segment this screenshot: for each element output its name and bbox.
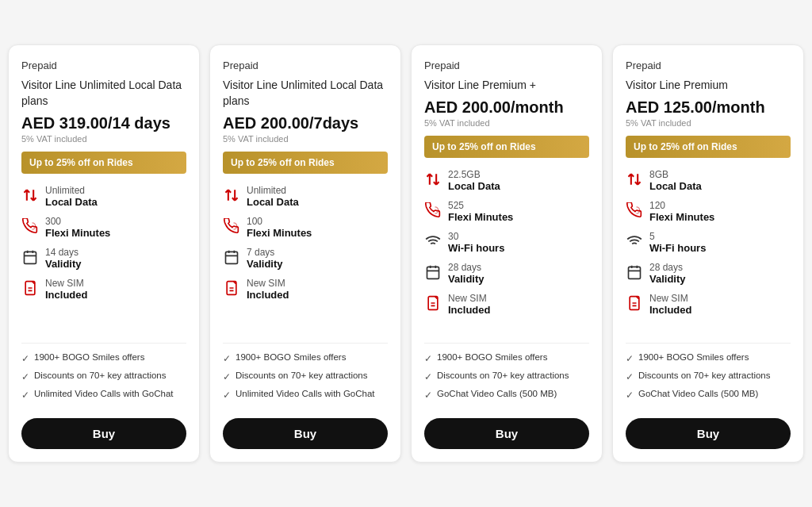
perk-text: GoChat Video Calls (500 MB) — [638, 388, 758, 401]
perk-text: Discounts on 70+ key attractions — [638, 370, 771, 382]
perk-text: Unlimited Video Calls with GoChat — [236, 388, 375, 401]
feature-label: Validity — [45, 258, 82, 270]
feature-item: New SIM Included — [626, 293, 791, 316]
perk-text: 1900+ BOGO Smiles offers — [34, 351, 144, 364]
card-title: Visitor Line Unlimited Local Data plans — [21, 78, 186, 109]
card-title: Visitor Line Premium — [626, 78, 791, 94]
perk-item: ✓ GoChat Video Calls (500 MB) — [626, 388, 791, 401]
feature-value: New SIM — [448, 293, 490, 304]
feature-value: 28 days — [448, 262, 485, 273]
rides-banner: Up to 25% off on Rides — [21, 152, 186, 174]
divider — [223, 343, 388, 344]
check-icon: ✓ — [21, 352, 29, 365]
feature-item: 7 days Validity — [223, 247, 388, 270]
rides-banner: Up to 25% off on Rides — [223, 152, 388, 174]
buy-button[interactable]: Buy — [21, 418, 186, 449]
feature-item: 525 Flexi Minutes — [424, 200, 589, 223]
card-price: AED 125.00/month — [626, 98, 791, 117]
feature-value: Unlimited — [247, 185, 299, 196]
svg-rect-0 — [25, 252, 36, 263]
check-icon: ✓ — [223, 371, 231, 383]
perk-item: ✓ 1900+ BOGO Smiles offers — [223, 351, 388, 365]
feature-label: Included — [45, 289, 87, 301]
card-title: Visitor Line Unlimited Local Data plans — [223, 78, 388, 109]
divider — [424, 343, 589, 344]
svg-rect-6 — [629, 267, 641, 278]
perk-item: ✓ Discounts on 70+ key attractions — [21, 370, 186, 383]
card-vat: 5% VAT included — [21, 134, 186, 144]
check-icon: ✓ — [21, 389, 29, 401]
buy-button[interactable]: Buy — [223, 418, 388, 449]
rides-banner: Up to 25% off on Rides — [626, 136, 791, 158]
feature-value: 5 — [649, 231, 706, 242]
feature-value: 100 — [247, 216, 312, 227]
perk-text: Discounts on 70+ key attractions — [437, 370, 569, 382]
feature-value: New SIM — [45, 278, 87, 289]
feature-item: Unlimited Local Data — [223, 185, 388, 208]
sim-icon — [21, 279, 39, 297]
wifi-icon — [626, 232, 643, 250]
perk-text: 1900+ BOGO Smiles offers — [437, 351, 547, 364]
calendar-icon — [223, 248, 240, 266]
perk-item: ✓ Unlimited Video Calls with GoChat — [223, 388, 388, 401]
feature-item: 300 Flexi Minutes — [21, 216, 186, 239]
card-type: Prepaid — [223, 60, 388, 71]
feature-value: 30 — [448, 231, 504, 242]
card-type: Prepaid — [626, 60, 791, 71]
card-type: Prepaid — [21, 60, 186, 71]
features-list: Unlimited Local Data 100 Flexi Minutes 7… — [223, 185, 388, 324]
feature-label: Wi-Fi hours — [448, 242, 504, 254]
check-icon: ✓ — [626, 389, 634, 401]
sim-icon — [223, 279, 240, 297]
feature-value: Unlimited — [45, 185, 98, 196]
perk-item: ✓ 1900+ BOGO Smiles offers — [424, 351, 589, 365]
calendar-icon — [21, 248, 39, 266]
card-title: Visitor Line Premium + — [424, 78, 589, 94]
feature-value: 8GB — [649, 169, 702, 180]
feature-label: Local Data — [45, 196, 98, 208]
feature-value: 120 — [649, 200, 714, 211]
feature-label: Flexi Minutes — [448, 211, 513, 223]
feature-label: Flexi Minutes — [247, 227, 312, 239]
divider — [626, 343, 791, 344]
feature-value: 22.5GB — [448, 169, 500, 180]
perks-list: ✓ 1900+ BOGO Smiles offers ✓ Discounts o… — [424, 351, 589, 407]
check-icon: ✓ — [21, 371, 29, 383]
feature-label: Wi-Fi hours — [649, 242, 706, 254]
sim-icon — [424, 294, 442, 312]
plan-card-3: Prepaid Visitor Line Premium + AED 200.0… — [411, 44, 603, 462]
buy-button[interactable]: Buy — [626, 418, 791, 449]
feature-label: Local Data — [649, 180, 702, 192]
features-list: 22.5GB Local Data 525 Flexi Minutes 30 W… — [424, 169, 589, 324]
phone-icon — [21, 217, 39, 235]
data-icon — [424, 171, 442, 188]
card-type: Prepaid — [424, 60, 589, 71]
check-icon: ✓ — [223, 352, 231, 365]
phone-icon — [626, 202, 643, 219]
buy-button[interactable]: Buy — [424, 418, 589, 449]
feature-item: 120 Flexi Minutes — [626, 200, 791, 223]
feature-value: 525 — [448, 200, 513, 211]
cards-container: Prepaid Visitor Line Unlimited Local Dat… — [8, 44, 804, 462]
perk-item: ✓ GoChat Video Calls (500 MB) — [424, 388, 589, 401]
card-price: AED 319.00/14 days — [21, 114, 186, 133]
data-icon — [223, 186, 240, 204]
features-list: Unlimited Local Data 300 Flexi Minutes 1… — [21, 185, 186, 324]
perk-text: Unlimited Video Calls with GoChat — [34, 388, 174, 401]
perk-item: ✓ Unlimited Video Calls with GoChat — [21, 388, 186, 401]
feature-label: Included — [448, 304, 490, 316]
phone-icon — [424, 202, 442, 219]
wifi-icon — [424, 232, 442, 250]
card-vat: 5% VAT included — [626, 118, 791, 128]
perks-list: ✓ 1900+ BOGO Smiles offers ✓ Discounts o… — [21, 351, 186, 407]
feature-label: Validity — [649, 273, 686, 285]
feature-item: 28 days Validity — [424, 262, 589, 285]
perk-text: GoChat Video Calls (500 MB) — [437, 388, 557, 401]
features-list: 8GB Local Data 120 Flexi Minutes 5 Wi-Fi… — [626, 169, 791, 324]
calendar-icon — [626, 263, 643, 281]
perk-item: ✓ 1900+ BOGO Smiles offers — [626, 351, 791, 365]
card-vat: 5% VAT included — [223, 134, 388, 144]
feature-item: 5 Wi-Fi hours — [626, 231, 791, 254]
feature-label: Validity — [448, 273, 485, 285]
perks-list: ✓ 1900+ BOGO Smiles offers ✓ Discounts o… — [223, 351, 388, 407]
